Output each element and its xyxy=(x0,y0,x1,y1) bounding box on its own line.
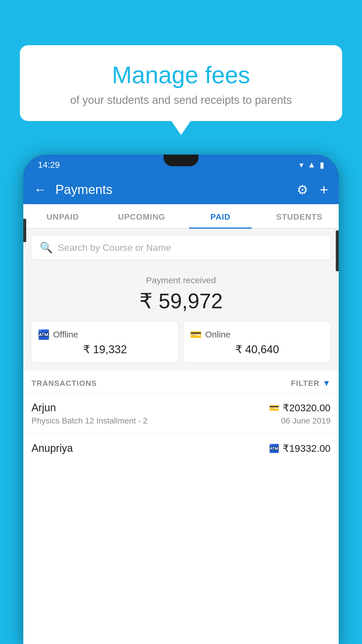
status-bar: 14:29 ▾ ▲ ▮ xyxy=(23,155,339,175)
signal-icon: ▲ xyxy=(307,160,316,169)
online-icon: 💳 xyxy=(190,329,202,340)
search-icon: 🔍 xyxy=(40,242,53,254)
online-label: Online xyxy=(205,330,231,340)
status-icons: ▾ ▲ ▮ xyxy=(299,160,324,170)
online-card: 💳 Online ₹ 40,640 xyxy=(184,321,331,362)
offline-label: Offline xyxy=(53,330,78,340)
app-header: ← Payments ⚙ + xyxy=(23,175,339,204)
transaction-top-2: Anupriya 🏧 ₹19332.00 xyxy=(31,442,331,454)
offline-card-top: 🏧 Offline xyxy=(38,329,172,340)
add-button[interactable]: + xyxy=(320,181,328,198)
phone-screen: UNPAID UPCOMING PAID STUDENTS 🔍 Search b… xyxy=(23,204,339,644)
filter-icon: ▼ xyxy=(322,379,331,388)
search-input[interactable]: Search by Course or Name xyxy=(58,242,171,253)
transactions-header: TRANSACTIONS FILTER ▼ xyxy=(23,370,339,393)
payment-received-label: Payment received xyxy=(31,275,331,285)
offline-icon: 🏧 xyxy=(38,329,50,340)
offline-card: 🏧 Offline ₹ 19,332 xyxy=(31,321,178,362)
payment-cards: 🏧 Offline ₹ 19,332 💳 Online ₹ 40,640 xyxy=(31,321,331,362)
transaction-bottom: Physics Batch 12 Installment - 2 06 June… xyxy=(31,416,331,426)
wifi-icon: ▾ xyxy=(299,160,303,170)
tab-upcoming[interactable]: UPCOMING xyxy=(102,204,181,228)
student-name-2: Anupriya xyxy=(31,442,73,454)
payment-summary: Payment received ₹ 59,972 🏧 Offline ₹ 19… xyxy=(23,267,339,370)
back-button[interactable]: ← xyxy=(34,182,47,197)
header-title: Payments xyxy=(55,182,288,197)
online-amount: ₹ 40,640 xyxy=(190,343,324,356)
transaction-amount: ₹20320.00 xyxy=(283,402,331,414)
card-payment-icon: 💳 xyxy=(269,403,279,413)
battery-icon: ▮ xyxy=(320,160,324,170)
phone-notch xyxy=(164,155,198,166)
table-row[interactable]: Anupriya 🏧 ₹19332.00 xyxy=(23,434,339,465)
table-row[interactable]: Arjun 💳 ₹20320.00 Physics Batch 12 Insta… xyxy=(23,393,339,434)
amount-area-2: 🏧 ₹19332.00 xyxy=(269,442,331,454)
settings-button[interactable]: ⚙ xyxy=(297,182,308,197)
cash-payment-icon: 🏧 xyxy=(269,444,279,453)
transaction-date: 06 June 2019 xyxy=(281,416,331,426)
tab-students[interactable]: STUDENTS xyxy=(260,204,339,228)
transactions-label: TRANSACTIONS xyxy=(31,379,97,388)
amount-area: 💳 ₹20320.00 xyxy=(269,402,331,414)
filter-label: FILTER xyxy=(291,379,319,388)
status-time: 14:29 xyxy=(38,160,60,170)
power-button xyxy=(336,230,339,271)
bubble-title: Manage fees xyxy=(37,61,325,89)
speech-bubble: Manage fees of your students and send re… xyxy=(20,45,342,121)
filter-area[interactable]: FILTER ▼ xyxy=(291,379,331,388)
online-card-top: 💳 Online xyxy=(190,329,324,340)
search-bar[interactable]: 🔍 Search by Course or Name xyxy=(31,236,331,260)
payment-total-amount: ₹ 59,972 xyxy=(31,289,331,313)
course-info: Physics Batch 12 Installment - 2 xyxy=(31,416,147,426)
offline-amount: ₹ 19,332 xyxy=(38,343,172,356)
student-name: Arjun xyxy=(31,402,56,414)
bubble-subtitle: of your students and send receipts to pa… xyxy=(37,94,325,106)
tabs-bar: UNPAID UPCOMING PAID STUDENTS xyxy=(23,204,339,229)
tab-paid[interactable]: PAID xyxy=(181,204,260,228)
tab-unpaid[interactable]: UNPAID xyxy=(23,204,102,228)
search-container: 🔍 Search by Course or Name xyxy=(23,229,339,267)
phone-frame: 14:29 ▾ ▲ ▮ ← Payments ⚙ + UNPAID UPCOMI… xyxy=(23,155,339,644)
transaction-amount-2: ₹19332.00 xyxy=(283,442,331,454)
transaction-top: Arjun 💳 ₹20320.00 xyxy=(31,402,331,414)
